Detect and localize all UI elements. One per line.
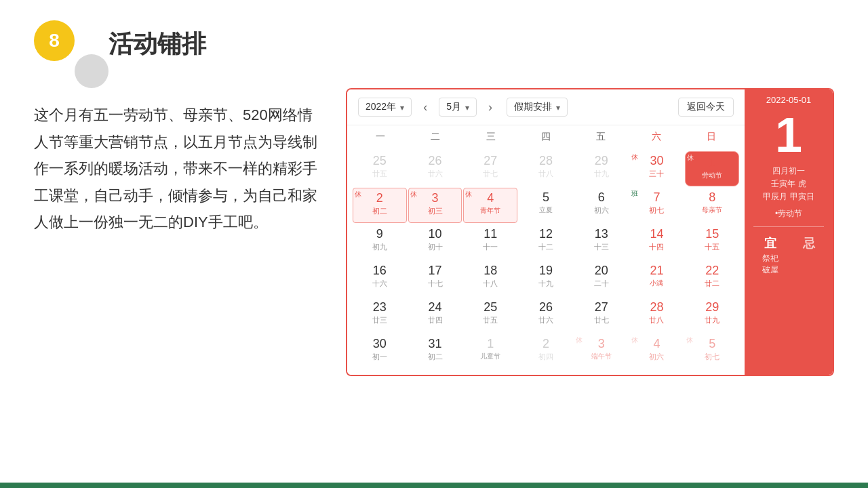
day-jun3[interactable]: 休 3 端午节 <box>574 334 629 369</box>
header: 8 活动铺排 <box>0 0 868 81</box>
yi-content: 祭祀 破屋 <box>762 253 778 276</box>
right-panel-yi-ji: 宜 祭祀 破屋 忌 <box>745 232 833 279</box>
weekday-thu: 四 <box>518 125 573 148</box>
day-may29[interactable]: 29 廿九 <box>685 298 739 333</box>
day-may3[interactable]: 休 3 初三 <box>408 188 462 223</box>
year-chevron-icon <box>400 102 404 113</box>
holiday-select[interactable]: 假期安排 <box>507 98 568 117</box>
calendar-right-panel: 2022-05-01 1 四月初一 壬寅年 虎 甲辰月 甲寅日 •劳动节 宜 祭… <box>745 89 833 375</box>
right-panel-date: 2022-05-01 <box>766 89 812 108</box>
calendar-grid: 一 二 三 四 五 六 日 25 廿五 <box>347 125 745 375</box>
number-badge: 8 <box>34 20 75 61</box>
calendar-header: 2022年 5月 假期安排 返回今天 <box>347 89 745 125</box>
prev-month-button[interactable] <box>417 99 433 115</box>
day-apr28[interactable]: 28 廿八 <box>519 151 573 186</box>
weekday-fri: 五 <box>574 125 629 148</box>
day-may1[interactable]: 休 1 劳动节 <box>685 151 739 186</box>
month-select[interactable]: 5月 <box>439 98 477 117</box>
year-label: 2022年 <box>366 101 396 113</box>
day-may6[interactable]: 6 初六 <box>574 188 629 223</box>
weekday-sat: 六 <box>629 125 684 148</box>
weekday-wed: 三 <box>463 125 518 148</box>
right-panel-lunar-text: 四月初一 <box>763 165 814 178</box>
day-may9[interactable]: 9 初九 <box>353 224 407 260</box>
yi-column: 宜 祭祀 破屋 <box>762 235 778 276</box>
day-may13[interactable]: 13 十三 <box>574 224 629 260</box>
day-may27[interactable]: 27 廿七 <box>574 298 629 333</box>
calendar-days: 25 廿五 26 廿六 27 廿七 28 廿八 <box>353 151 739 369</box>
day-may7[interactable]: 班 7 初七 <box>630 188 684 223</box>
body-text: 这个月有五一劳动节、母亲节、520网络情人节等重大营销节点，以五月节点为导线制作… <box>34 102 319 236</box>
day-apr25[interactable]: 25 廿五 <box>353 151 407 186</box>
holiday-label: 假期安排 <box>514 101 552 113</box>
weekday-headers: 一 二 三 四 五 六 日 <box>353 125 739 148</box>
day-may28[interactable]: 28 廿八 <box>630 298 684 333</box>
month-label: 5月 <box>446 101 461 113</box>
month-chevron-icon <box>465 102 469 113</box>
day-may8[interactable]: 8 母亲节 <box>685 188 739 223</box>
ji-column: 忌 <box>803 235 815 276</box>
day-may4[interactable]: 休 4 青年节 <box>463 188 517 223</box>
day-jun1[interactable]: 1 儿童节 <box>463 334 517 369</box>
day-apr29[interactable]: 29 廿九 <box>574 151 629 186</box>
weekday-mon: 一 <box>353 125 408 148</box>
page: 8 活动铺排 这个月有五一劳动节、母亲节、520网络情人节等重大营销节点，以五月… <box>0 0 868 488</box>
page-title: 活动铺排 <box>108 28 206 61</box>
right-panel-ganzhi2: 甲辰月 甲寅日 <box>763 190 814 203</box>
day-may11[interactable]: 11 十一 <box>463 224 517 260</box>
day-may17[interactable]: 17 十七 <box>408 261 462 296</box>
day-apr26[interactable]: 26 廿六 <box>408 151 462 186</box>
day-jun4[interactable]: 休 4 初六 <box>630 334 684 369</box>
holiday-chevron-icon <box>556 102 560 113</box>
page-number: 8 <box>49 30 60 52</box>
day-may22[interactable]: 22 廿二 <box>685 261 739 296</box>
day-may20[interactable]: 20 二十 <box>574 261 629 296</box>
weekday-sun: 日 <box>684 125 739 148</box>
day-apr30[interactable]: 休 30 三十 <box>630 151 684 186</box>
content-area: 这个月有五一劳动节、母亲节、520网络情人节等重大营销节点，以五月节点为导线制作… <box>0 81 868 390</box>
ji-label: 忌 <box>803 235 815 251</box>
day-may10[interactable]: 10 初十 <box>408 224 462 260</box>
weekday-tue: 二 <box>408 125 462 148</box>
day-may19[interactable]: 19 十九 <box>519 261 573 296</box>
yi-label: 宜 <box>764 235 776 251</box>
day-may26[interactable]: 26 廿六 <box>519 298 573 333</box>
day-may24[interactable]: 24 廿四 <box>408 298 462 333</box>
day-may23[interactable]: 23 廿三 <box>353 298 407 333</box>
number-shadow <box>75 54 108 88</box>
right-panel-day-num: 1 <box>775 108 802 162</box>
day-may15[interactable]: 15 十五 <box>685 224 739 260</box>
calendar: 2022年 5月 假期安排 返回今天 <box>346 88 834 376</box>
day-may18[interactable]: 18 十八 <box>463 261 517 296</box>
next-month-button[interactable] <box>482 99 498 115</box>
day-may16[interactable]: 16 十六 <box>353 261 407 296</box>
day-may12[interactable]: 12 十二 <box>519 224 573 260</box>
day-may14[interactable]: 14 十四 <box>630 224 684 260</box>
day-jun5[interactable]: 休 5 初七 <box>685 334 739 369</box>
today-button[interactable]: 返回今天 <box>678 98 734 117</box>
right-panel-divider <box>753 226 824 227</box>
right-panel-ganzhi: 壬寅年 虎 <box>763 178 814 190</box>
calendar-main: 2022年 5月 假期安排 返回今天 <box>347 89 745 375</box>
day-may21[interactable]: 21 小满 <box>630 261 684 296</box>
right-panel-holiday: •劳动节 <box>770 207 808 221</box>
day-may2[interactable]: 休 2 初二 <box>353 188 407 223</box>
day-may31[interactable]: 31 初二 <box>408 334 462 369</box>
right-panel-lunar: 四月初一 壬寅年 虎 甲辰月 甲寅日 <box>757 162 819 207</box>
day-apr27[interactable]: 27 廿七 <box>463 151 517 186</box>
year-select[interactable]: 2022年 <box>358 98 412 117</box>
day-may25[interactable]: 25 廿五 <box>463 298 517 333</box>
day-may30[interactable]: 30 初一 <box>353 334 407 369</box>
day-jun2[interactable]: 2 初四 <box>519 334 573 369</box>
day-may5[interactable]: 5 立夏 <box>519 188 573 223</box>
